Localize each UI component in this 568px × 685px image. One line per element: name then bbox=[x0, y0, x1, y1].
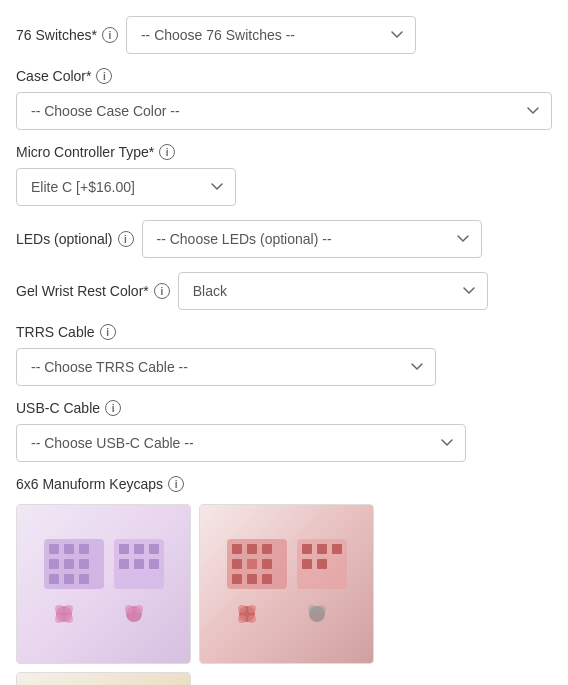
svg-rect-33 bbox=[247, 574, 257, 584]
svg-rect-8 bbox=[64, 574, 74, 584]
case-color-label-group: Case Color* i bbox=[16, 68, 112, 84]
svg-rect-9 bbox=[79, 574, 89, 584]
svg-point-23 bbox=[125, 605, 133, 613]
trrs-cable-row: TRRS Cable i -- Choose TRRS Cable -- bbox=[16, 324, 552, 386]
svg-rect-36 bbox=[302, 544, 312, 554]
keycaps-grid bbox=[16, 504, 552, 685]
keycap-svg-red bbox=[217, 519, 357, 649]
leds-row: LEDs (optional) i -- Choose LEDs (option… bbox=[16, 220, 552, 258]
keycaps-section: 6x6 Manuform Keycaps i bbox=[16, 476, 552, 685]
keycap-image-cream bbox=[17, 673, 190, 685]
gel-wrist-rest-label: Gel Wrist Rest Color* bbox=[16, 283, 149, 299]
svg-rect-29 bbox=[232, 559, 242, 569]
keycaps-info-icon[interactable]: i bbox=[168, 476, 184, 492]
svg-rect-14 bbox=[119, 559, 129, 569]
keycap-item-pink[interactable] bbox=[16, 504, 191, 664]
keycaps-label: 6x6 Manuform Keycaps bbox=[16, 476, 163, 492]
svg-point-45 bbox=[248, 615, 256, 623]
usb-c-cable-row: USB-C Cable i -- Choose USB-C Cable -- bbox=[16, 400, 552, 462]
svg-rect-15 bbox=[134, 559, 144, 569]
usb-c-cable-label: USB-C Cable bbox=[16, 400, 100, 416]
svg-point-43 bbox=[248, 605, 256, 613]
svg-rect-27 bbox=[247, 544, 257, 554]
usb-c-cable-select[interactable]: -- Choose USB-C Cable -- bbox=[16, 424, 466, 462]
leds-info-icon[interactable]: i bbox=[118, 231, 134, 247]
svg-point-47 bbox=[308, 605, 316, 613]
switches-label: 76 Switches* bbox=[16, 27, 97, 43]
switches-row: 76 Switches* i -- Choose 76 Switches -- bbox=[16, 16, 552, 54]
svg-rect-28 bbox=[262, 544, 272, 554]
svg-rect-32 bbox=[232, 574, 242, 584]
svg-rect-4 bbox=[49, 559, 59, 569]
leds-label: LEDs (optional) bbox=[16, 231, 113, 247]
svg-rect-3 bbox=[79, 544, 89, 554]
trrs-cable-label: TRRS Cable bbox=[16, 324, 95, 340]
micro-controller-label: Micro Controller Type* bbox=[16, 144, 154, 160]
leds-select[interactable]: -- Choose LEDs (optional) -- bbox=[142, 220, 482, 258]
svg-rect-7 bbox=[49, 574, 59, 584]
svg-rect-31 bbox=[262, 559, 272, 569]
svg-rect-26 bbox=[232, 544, 242, 554]
keycap-image-pink bbox=[17, 505, 190, 663]
keycap-item-red[interactable] bbox=[199, 504, 374, 664]
svg-rect-11 bbox=[119, 544, 129, 554]
trrs-cable-info-icon[interactable]: i bbox=[100, 324, 116, 340]
svg-point-48 bbox=[318, 605, 326, 613]
svg-rect-2 bbox=[64, 544, 74, 554]
case-color-row: Case Color* i -- Choose Case Color -- bbox=[16, 68, 552, 130]
svg-point-42 bbox=[238, 605, 246, 613]
micro-controller-row: Micro Controller Type* i Elite C [+$16.0… bbox=[16, 144, 552, 206]
svg-rect-13 bbox=[149, 544, 159, 554]
keycaps-label-row: 6x6 Manuform Keycaps i bbox=[16, 476, 552, 492]
svg-rect-6 bbox=[79, 559, 89, 569]
switches-info-icon[interactable]: i bbox=[102, 27, 118, 43]
gel-wrist-rest-label-group: Gel Wrist Rest Color* i bbox=[16, 283, 170, 299]
micro-controller-label-group: Micro Controller Type* i bbox=[16, 144, 175, 160]
svg-rect-5 bbox=[64, 559, 74, 569]
case-color-label: Case Color* bbox=[16, 68, 91, 84]
svg-point-19 bbox=[65, 605, 73, 613]
micro-controller-select[interactable]: Elite C [+$16.00] bbox=[16, 168, 236, 206]
gel-wrist-rest-select[interactable]: Black bbox=[178, 272, 488, 310]
leds-label-group: LEDs (optional) i bbox=[16, 231, 134, 247]
gel-wrist-rest-info-icon[interactable]: i bbox=[154, 283, 170, 299]
switches-label-group: 76 Switches* i bbox=[16, 27, 118, 43]
svg-rect-38 bbox=[332, 544, 342, 554]
svg-point-24 bbox=[135, 605, 143, 613]
svg-point-20 bbox=[55, 615, 63, 623]
svg-rect-39 bbox=[302, 559, 312, 569]
svg-rect-37 bbox=[317, 544, 327, 554]
micro-controller-info-icon[interactable]: i bbox=[159, 144, 175, 160]
svg-rect-30 bbox=[247, 559, 257, 569]
svg-point-44 bbox=[238, 615, 246, 623]
keycap-image-red bbox=[200, 505, 373, 663]
case-color-info-icon[interactable]: i bbox=[96, 68, 112, 84]
keycap-svg-pink bbox=[34, 519, 174, 649]
svg-rect-34 bbox=[262, 574, 272, 584]
svg-rect-40 bbox=[317, 559, 327, 569]
usb-c-cable-label-group: USB-C Cable i bbox=[16, 400, 121, 416]
svg-point-21 bbox=[65, 615, 73, 623]
gel-wrist-rest-row: Gel Wrist Rest Color* i Black bbox=[16, 272, 552, 310]
svg-point-18 bbox=[55, 605, 63, 613]
trrs-cable-label-group: TRRS Cable i bbox=[16, 324, 116, 340]
trrs-cable-select[interactable]: -- Choose TRRS Cable -- bbox=[16, 348, 436, 386]
usb-c-cable-info-icon[interactable]: i bbox=[105, 400, 121, 416]
case-color-select[interactable]: -- Choose Case Color -- bbox=[16, 92, 552, 130]
switches-select[interactable]: -- Choose 76 Switches -- bbox=[126, 16, 416, 54]
svg-rect-12 bbox=[134, 544, 144, 554]
keycap-item-cream[interactable] bbox=[16, 672, 191, 685]
svg-rect-1 bbox=[49, 544, 59, 554]
svg-rect-16 bbox=[149, 559, 159, 569]
